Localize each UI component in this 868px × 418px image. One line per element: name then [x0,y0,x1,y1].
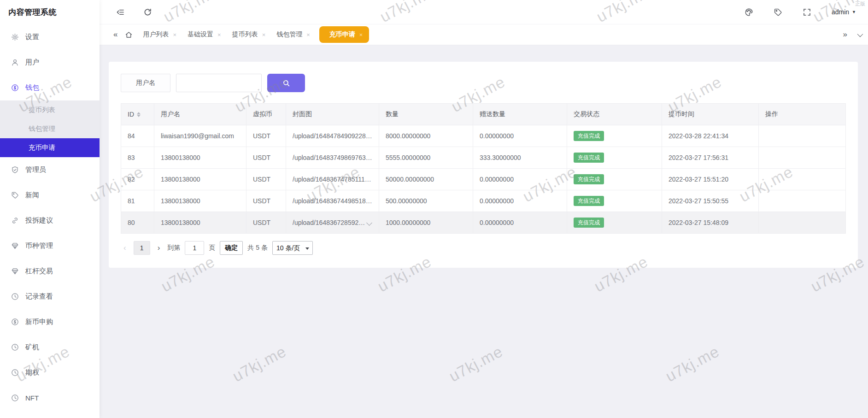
sidebar-item-miner[interactable]: 矿机 [0,335,100,360]
link-icon [11,217,19,224]
close-icon[interactable]: × [217,31,221,38]
tab-提币列表[interactable]: 提币列表× [232,30,266,39]
sidebar-item-label: 新闻 [25,191,39,200]
clock-icon [11,343,19,351]
sidebar-item-records[interactable]: 记录查看 [0,284,100,309]
sidebar-item-options[interactable]: 期权 [0,360,100,385]
sidebar-item-settings[interactable]: 设置 [0,24,100,50]
tag-icon[interactable] [774,8,782,17]
tab-基础设置[interactable]: 基础设置× [188,30,221,39]
clock-icon [11,394,19,402]
tab-充币申请[interactable]: 充币申请× [319,26,369,43]
cell-time: 2022-03-27 15:51:20 [662,169,759,190]
sidebar-item-label: 设置 [25,33,39,41]
tabs-scroll-right-icon[interactable]: » [840,30,850,39]
table-row: 84liwaisan1990@gmail.comUSDT/upload/1648… [121,125,846,147]
sidebar-item-label: 杠杆交易 [25,267,53,276]
pagination: ‹ 1 › 到第 页 确定 共 5 条 10 条/页 [121,241,846,255]
sidebar-item-nft[interactable]: NFT [0,385,100,411]
chevron-down-icon: ▼ [852,10,856,14]
cell-time: 2022-03-28 22:41:34 [662,125,759,147]
cell-time: 2022-03-27 15:50:55 [662,190,759,212]
sidebar-subitem-wallet-manage[interactable]: 钱包管理 [0,119,100,138]
cell-id: 83 [121,147,154,169]
expand-cover-icon[interactable] [366,220,372,226]
cell-actions [759,125,846,147]
tab-钱包管理[interactable]: 钱包管理× [276,30,310,39]
close-icon[interactable]: × [359,31,363,38]
close-icon[interactable]: × [262,31,266,38]
total-count-label: 共 5 条 [247,244,268,252]
search-field-label: 用户名 [121,74,170,92]
cover-path: /upload/1648374986976353... [293,154,372,161]
goto-prefix-label: 到第 [167,244,180,252]
cell-currency: USDT [246,169,286,190]
sidebar-item-coin-manage[interactable]: 币种管理 [0,233,100,259]
sidebar-subitem-deposit-apply[interactable]: 充币申请 [0,138,100,157]
search-input[interactable] [176,74,262,92]
content-area: 用户名 ID用户名虚拟币封面图数量赠送数量交易状态提币时间操作 84liwai [100,45,868,418]
col-header-操作: 操作 [759,104,846,125]
cell-actions [759,147,846,169]
clock-icon [11,369,19,377]
user-menu[interactable]: admin ▼ [832,8,856,16]
cell-username: 13800138000 [154,190,246,212]
col-header-label: ID [128,111,134,118]
table-header-row: ID用户名虚拟币封面图数量赠送数量交易状态提币时间操作 [121,104,846,125]
clock-icon [11,293,19,300]
cell-bonus: 333.30000000 [473,147,567,169]
tabs-scroll-left-icon[interactable]: « [111,30,120,39]
col-header-数量: 数量 [379,104,473,125]
sidebar-item-wallet[interactable]: 钱包 [0,75,100,100]
sidebar-item-margin-trade[interactable]: 杠杆交易 [0,259,100,284]
cell-id: 82 [121,169,154,190]
sidebar-item-suggestions[interactable]: 投拆建议 [0,208,100,233]
tab-label: 钱包管理 [276,30,302,39]
current-page-button[interactable]: 1 [134,241,150,255]
sidebar-item-news[interactable]: 新闻 [0,183,100,208]
tab-label: 基础设置 [188,30,213,39]
sidebar-subitem-withdraw-list[interactable]: 提币列表 [0,100,100,119]
cell-amount: 50000.00000000 [379,169,473,190]
corner-watermark: 正版 [855,0,865,7]
sidebar-item-label: 用户 [25,58,39,67]
col-header-赠送数量: 赠送数量 [473,104,567,125]
collapse-sidebar-icon[interactable] [116,8,125,17]
goto-page-input[interactable] [185,241,204,255]
user-icon [11,59,19,66]
topbar-right: admin ▼ [745,8,856,17]
status-badge: 充值完成 [574,153,604,163]
search-button[interactable] [267,74,305,92]
sort-icon[interactable] [137,112,141,117]
page-size-select[interactable]: 10 条/页 [273,241,302,254]
sidebar-item-new-coin-sub[interactable]: 新币申购 [0,309,100,335]
tabs-menu-icon[interactable] [857,31,863,37]
fullscreen-icon[interactable] [803,8,811,17]
table-row: 8213800138000USDT/upload/164836747851115… [121,169,846,190]
close-icon[interactable]: × [306,31,310,38]
table-body: 84liwaisan1990@gmail.comUSDT/upload/1648… [121,125,846,234]
prev-page-icon[interactable]: ‹ [121,243,129,253]
goto-confirm-button[interactable]: 确定 [220,241,243,255]
sidebar-item-label: 管理员 [25,165,46,174]
tab-label: 充币申请 [329,30,355,39]
sidebar-item-users[interactable]: 用户 [0,50,100,75]
cover-path: /upload/1648367449851889... [293,197,372,205]
col-header-提币时间: 提币时间 [662,104,759,125]
next-page-icon[interactable]: › [155,243,163,253]
tab-用户列表[interactable]: 用户列表× [143,30,176,39]
refresh-icon[interactable] [143,8,152,17]
sidebar-submenu-wallet: 提币列表钱包管理充币申请 [0,100,100,157]
tabs-list: 用户列表×基础设置×提币列表×钱包管理×充币申请× [137,26,838,43]
cell-time: 2022-03-27 15:48:09 [662,212,759,234]
sidebar-item-admins[interactable]: 管理员 [0,157,100,183]
cell-id: 84 [121,125,154,147]
close-icon[interactable]: × [173,31,176,38]
goto-suffix-label: 页 [209,244,215,252]
gem-icon [11,242,19,250]
search-icon [282,79,290,87]
sidebar-item-label: 期权 [25,368,39,377]
theme-palette-icon[interactable] [745,8,753,17]
home-icon[interactable] [122,31,135,39]
cell-bonus: 0.00000000 [473,190,567,212]
